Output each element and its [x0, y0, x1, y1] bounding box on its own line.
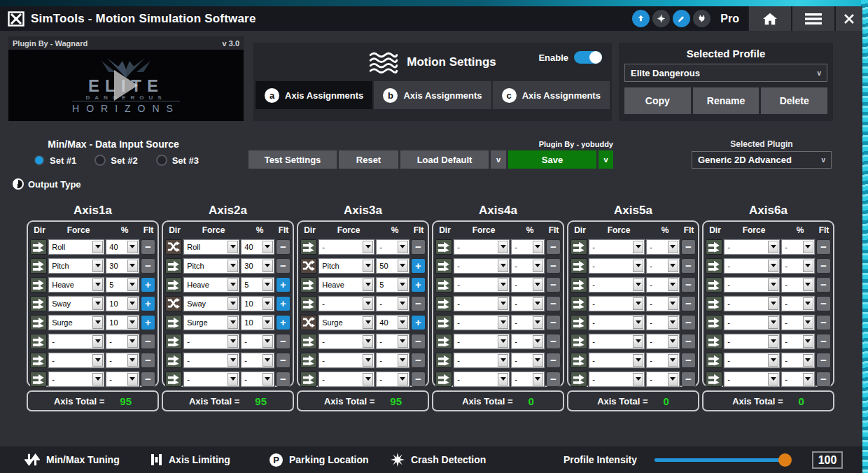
percent-select[interactable]: - — [511, 334, 544, 349]
force-select[interactable]: - — [589, 258, 645, 274]
filter-minus-button[interactable]: − — [816, 315, 831, 330]
radio-set-2[interactable]: Set #2 — [94, 155, 137, 166]
force-select[interactable]: - — [589, 315, 645, 330]
force-select[interactable]: - — [589, 277, 645, 292]
dropdown-arrow-icon[interactable] — [92, 278, 103, 291]
dropdown-arrow-icon[interactable] — [227, 335, 238, 348]
filter-minus-button[interactable]: − — [816, 239, 831, 255]
force-select[interactable]: - — [589, 296, 645, 311]
percent-select[interactable]: 40 — [376, 315, 409, 330]
dropdown-arrow-icon[interactable] — [533, 278, 543, 291]
dropdown-arrow-icon[interactable] — [768, 278, 778, 291]
filter-minus-button[interactable]: − — [681, 239, 696, 255]
filter-minus-button[interactable]: − — [141, 334, 155, 349]
dropdown-arrow-icon[interactable] — [498, 373, 508, 386]
force-select[interactable]: Pitch — [318, 258, 374, 274]
close-button[interactable] — [834, 6, 862, 31]
dropdown-arrow-icon[interactable] — [262, 316, 273, 329]
dropdown-arrow-icon[interactable] — [633, 241, 643, 253]
force-select[interactable]: - — [724, 239, 780, 255]
radio-set-3[interactable]: Set #3 — [156, 155, 199, 166]
percent-select[interactable]: - — [781, 353, 814, 368]
direction-straight-arrows-icon[interactable] — [165, 277, 182, 292]
dropdown-arrow-icon[interactable] — [398, 373, 408, 386]
filter-plus-button[interactable]: + — [276, 296, 290, 311]
dropdown-arrow-icon[interactable] — [633, 354, 643, 367]
minmax-tuning-button[interactable]: Min/Max Tuning — [24, 446, 120, 473]
direction-straight-arrows-icon[interactable] — [30, 315, 47, 330]
direction-straight-arrows-icon[interactable] — [30, 277, 47, 292]
filter-minus-button[interactable]: − — [546, 353, 561, 368]
force-select[interactable]: - — [454, 372, 510, 387]
percent-select[interactable]: 5 — [106, 277, 139, 292]
axis-limiting-button[interactable]: Axis Limiting — [150, 446, 230, 473]
percent-select[interactable]: - — [511, 296, 544, 311]
percent-select[interactable]: - — [646, 334, 679, 349]
force-select[interactable]: - — [724, 353, 780, 368]
play-icon[interactable] — [114, 70, 138, 101]
tab-axis-assignments-b[interactable]: b Axis Assignments — [374, 81, 491, 109]
filter-minus-button[interactable]: − — [141, 239, 155, 255]
dropdown-arrow-icon[interactable] — [498, 354, 508, 367]
dropdown-arrow-icon[interactable] — [398, 241, 408, 253]
force-select[interactable]: - — [724, 334, 780, 349]
dropdown-arrow-icon[interactable] — [398, 316, 408, 329]
force-select[interactable]: Heave — [318, 277, 374, 292]
force-select[interactable]: - — [454, 239, 510, 255]
dropdown-arrow-icon[interactable] — [633, 297, 643, 310]
dropdown-arrow-icon[interactable] — [633, 316, 643, 329]
dropdown-arrow-icon[interactable] — [127, 297, 138, 310]
force-select[interactable]: Roll — [183, 239, 239, 255]
force-select[interactable]: - — [454, 296, 510, 311]
dropdown-arrow-icon[interactable] — [262, 241, 273, 253]
dropdown-arrow-icon[interactable] — [633, 335, 643, 348]
percent-select[interactable]: - — [241, 372, 274, 387]
dropdown-arrow-icon[interactable] — [363, 316, 373, 329]
dropdown-arrow-icon[interactable] — [668, 297, 678, 310]
percent-select[interactable]: 10 — [106, 315, 139, 330]
dropdown-arrow-icon[interactable] — [262, 335, 273, 348]
dropdown-arrow-icon[interactable] — [227, 316, 238, 329]
filter-minus-button[interactable]: − — [546, 277, 561, 292]
dropdown-arrow-icon[interactable] — [668, 316, 678, 329]
percent-select[interactable]: - — [511, 353, 544, 368]
filter-minus-button[interactable]: − — [411, 372, 426, 387]
direction-straight-arrows-icon[interactable] — [30, 353, 47, 368]
dropdown-arrow-icon[interactable] — [803, 241, 813, 253]
filter-minus-button[interactable]: − — [681, 334, 696, 349]
dropdown-arrow-icon[interactable] — [262, 354, 273, 367]
force-select[interactable]: - — [318, 239, 374, 255]
direction-straight-arrows-icon[interactable] — [30, 258, 47, 274]
force-select[interactable]: Pitch — [48, 258, 104, 274]
force-select[interactable]: Pitch — [183, 258, 239, 274]
burst-icon[interactable] — [652, 10, 670, 27]
force-select[interactable]: Heave — [48, 277, 104, 292]
profile-select[interactable]: Elite Dangerous v — [624, 64, 827, 82]
dropdown-arrow-icon[interactable] — [633, 278, 643, 291]
filter-minus-button[interactable]: − — [816, 334, 831, 349]
force-select[interactable]: - — [589, 334, 645, 349]
percent-select[interactable]: - — [106, 372, 139, 387]
dropdown-arrow-icon[interactable] — [398, 335, 408, 348]
dropdown-arrow-icon[interactable] — [92, 316, 103, 329]
direction-straight-arrows-icon[interactable] — [165, 372, 182, 387]
direction-crossed-arrows-icon[interactable] — [300, 315, 317, 330]
dropdown-arrow-icon[interactable] — [498, 278, 508, 291]
dropdown-arrow-icon[interactable] — [363, 335, 373, 348]
dropdown-arrow-icon[interactable] — [363, 260, 373, 272]
force-select[interactable]: - — [724, 296, 780, 311]
direction-straight-arrows-icon[interactable] — [300, 334, 317, 349]
direction-straight-arrows-icon[interactable] — [570, 334, 587, 349]
percent-select[interactable]: - — [376, 334, 409, 349]
percent-select[interactable]: - — [241, 334, 274, 349]
radio-icon[interactable] — [34, 155, 45, 166]
force-select[interactable]: - — [724, 277, 780, 292]
dropdown-arrow-icon[interactable] — [803, 260, 813, 272]
direction-straight-arrows-icon[interactable] — [435, 258, 452, 274]
direction-straight-arrows-icon[interactable] — [30, 296, 47, 311]
force-select[interactable]: - — [183, 353, 239, 368]
plugin-video-thumbnail[interactable]: ELITE DANGEROUS HORIZONS — [8, 50, 244, 121]
force-select[interactable]: - — [589, 353, 645, 368]
direction-straight-arrows-icon[interactable] — [706, 334, 722, 349]
dropdown-arrow-icon[interactable] — [633, 260, 643, 272]
